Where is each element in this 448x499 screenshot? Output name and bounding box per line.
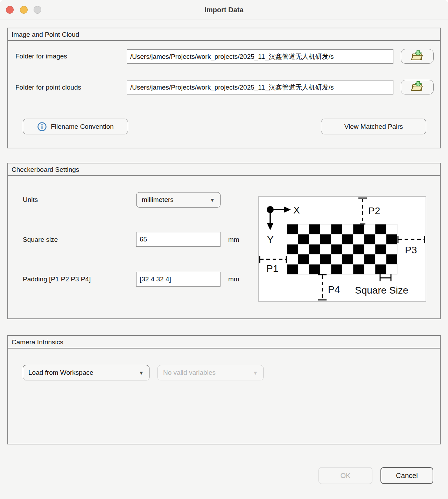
folder-pointclouds-label: Folder for point clouds	[15, 84, 81, 91]
padding-input[interactable]: [32 4 32 4]	[136, 272, 220, 287]
view-matched-pairs-label: View Matched Pairs	[344, 123, 403, 131]
square-size-unit: mm	[228, 236, 239, 244]
window-title: Import Data	[204, 6, 243, 14]
p2-label: P2	[368, 205, 380, 216]
p1-label: P1	[266, 263, 278, 274]
group-checkerboard-settings: Checkerboard Settings Units millimeters …	[7, 163, 441, 319]
open-folder-import-icon	[410, 80, 424, 94]
group-title-checkerboard: Checkerboard Settings	[8, 163, 440, 176]
group-title-camera-intrinsics: Camera Intrinsics	[8, 336, 440, 349]
filename-convention-label: Filename Convention	[51, 123, 114, 131]
zoom-button[interactable]	[34, 6, 41, 14]
cancel-button-label: Cancel	[396, 472, 418, 480]
intrinsics-source-value: Load from Workspace	[28, 369, 93, 377]
import-data-dialog: Import Data Image and Point Cloud Folder…	[0, 0, 448, 499]
folder-pointclouds-input[interactable]: /Users/james/Projects/work_projects/2025…	[127, 80, 393, 94]
folder-images-input[interactable]: /Users/james/Projects/work_projects/2025…	[127, 49, 393, 64]
p4-label: P4	[328, 284, 340, 295]
square-size-input[interactable]: 65	[136, 232, 220, 247]
browse-pointclouds-button[interactable]	[401, 80, 434, 94]
axis-y-label: Y	[267, 234, 274, 245]
intrinsics-source-dropdown[interactable]: Load from Workspace ▼	[23, 365, 149, 380]
browse-images-button[interactable]	[401, 49, 434, 64]
padding-unit: mm	[228, 275, 239, 283]
axis-x-label: X	[293, 205, 300, 216]
padding-label: Padding [P1 P2 P3 P4]	[23, 275, 91, 283]
intrinsics-variable-dropdown[interactable]: No valid variables ▼	[158, 365, 264, 380]
square-size-annotation: Square Size	[355, 285, 408, 296]
square-size-label: Square size	[23, 236, 58, 244]
chevron-down-icon: ▼	[139, 370, 144, 376]
checkerboard-diagram: X Y P2 P3 P1	[258, 196, 426, 302]
close-button[interactable]	[6, 6, 14, 14]
p3-label: P3	[405, 245, 417, 255]
units-dropdown[interactable]: millimeters ▼	[136, 192, 220, 208]
group-camera-intrinsics: Camera Intrinsics Load from Workspace ▼ …	[7, 335, 441, 444]
ok-button-label: OK	[341, 472, 351, 480]
chevron-down-icon: ▼	[210, 197, 215, 203]
intrinsics-variable-value: No valid variables	[163, 369, 216, 377]
info-icon	[37, 122, 47, 132]
filename-convention-button[interactable]: Filename Convention	[23, 119, 128, 134]
units-label: Units	[23, 196, 38, 204]
group-title-image-point-cloud: Image and Point Cloud	[8, 28, 440, 41]
title-bar: Import Data	[0, 0, 448, 20]
units-value: millimeters	[142, 196, 174, 204]
view-matched-pairs-button[interactable]: View Matched Pairs	[321, 119, 426, 134]
folder-images-label: Folder for images	[15, 52, 67, 60]
ok-button[interactable]: OK	[318, 467, 372, 484]
group-image-point-cloud: Image and Point Cloud Folder for images …	[7, 28, 441, 148]
cancel-button[interactable]: Cancel	[380, 467, 433, 484]
chevron-down-icon: ▼	[253, 370, 258, 376]
open-folder-import-icon	[410, 50, 424, 63]
minimize-button[interactable]	[20, 6, 28, 14]
